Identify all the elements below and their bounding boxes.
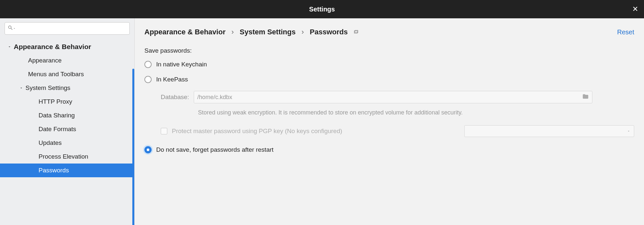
chevron-right-icon: › — [302, 28, 304, 36]
scrollbar-thumb[interactable] — [132, 69, 134, 225]
breadcrumb: Appearance & Behavior › System Settings … — [144, 28, 358, 36]
reset-link[interactable]: Reset — [617, 28, 634, 36]
breadcrumb-part: Passwords — [310, 28, 348, 36]
save-passwords-heading: Save passwords: — [144, 47, 634, 54]
breadcrumb-part[interactable]: System Settings — [240, 28, 296, 36]
radio-native-keychain[interactable]: In native Keychain — [144, 61, 634, 68]
tree-item-appearance[interactable]: Appearance — [0, 54, 134, 67]
radio-label: In KeePass — [156, 76, 188, 83]
pgp-key-select[interactable] — [464, 125, 634, 137]
chevron-down-icon[interactable] — [7, 45, 12, 49]
page-icon — [354, 28, 358, 36]
checkbox-icon[interactable] — [161, 128, 167, 134]
tree-item-data-sharing[interactable]: Data Sharing — [0, 109, 134, 122]
tree-label: HTTP Proxy — [39, 98, 72, 105]
tree-item-http-proxy[interactable]: HTTP Proxy — [0, 95, 134, 109]
tree-item-menus-toolbars[interactable]: Menus and Toolbars — [0, 67, 134, 81]
tree-label: Data Sharing — [39, 112, 75, 119]
keepass-subsection: Database: /home/c.kdbx Stored using weak… — [161, 91, 634, 137]
tree-label: Menus and Toolbars — [28, 71, 84, 78]
chevron-right-icon: › — [231, 28, 234, 36]
radio-icon[interactable] — [144, 61, 152, 68]
chevron-down-icon[interactable] — [13, 26, 16, 31]
passwords-form: Save passwords: In native Keychain In Ke… — [135, 39, 644, 169]
titlebar: Settings ✕ — [0, 0, 644, 18]
radio-icon[interactable] — [144, 76, 152, 83]
tree-item-date-formats[interactable]: Date Formats — [0, 122, 134, 136]
tree-item-updates[interactable]: Updates — [0, 136, 134, 150]
breadcrumb-part[interactable]: Appearance & Behavior — [144, 28, 225, 36]
sidebar: Appearance & Behavior Appearance Menus a… — [0, 18, 135, 225]
database-note: Stored using weak encryption. It is reco… — [198, 108, 502, 117]
close-icon[interactable]: ✕ — [632, 5, 638, 13]
search-wrap — [0, 18, 134, 38]
tree-label: System Settings — [25, 84, 70, 92]
tree-item-process-elevation[interactable]: Process Elevation — [0, 150, 134, 164]
database-input-wrap: /home/c.kdbx — [194, 91, 592, 103]
titlebar-title: Settings — [309, 6, 335, 13]
tree-item-system-settings[interactable]: System Settings — [0, 81, 134, 95]
main-panel: Appearance & Behavior › System Settings … — [135, 18, 644, 225]
database-row: Database: /home/c.kdbx — [161, 91, 634, 103]
settings-tree[interactable]: Appearance & Behavior Appearance Menus a… — [0, 38, 134, 225]
database-label: Database: — [161, 94, 189, 101]
tree-label: Updates — [39, 139, 62, 147]
radio-do-not-save[interactable]: Do not save, forget passwords after rest… — [144, 146, 634, 153]
folder-icon[interactable] — [582, 93, 589, 101]
tree-item-appearance-behavior[interactable]: Appearance & Behavior — [0, 40, 134, 54]
search-input-wrap[interactable] — [5, 22, 130, 35]
pgp-checkbox-label: Protect master password using PGP key (N… — [172, 128, 342, 135]
tree-label: Process Elevation — [39, 153, 88, 160]
radio-icon[interactable] — [144, 146, 152, 153]
radio-label: In native Keychain — [156, 61, 207, 68]
tree-label: Passwords — [39, 167, 69, 174]
radio-keepass[interactable]: In KeePass — [144, 76, 634, 83]
breadcrumb-bar: Appearance & Behavior › System Settings … — [135, 18, 644, 39]
radio-label: Do not save, forget passwords after rest… — [156, 146, 273, 153]
tree-label: Date Formats — [39, 126, 76, 133]
tree-item-passwords[interactable]: Passwords — [0, 164, 134, 177]
content: Appearance & Behavior Appearance Menus a… — [0, 18, 644, 225]
tree-label: Appearance — [28, 57, 61, 64]
pgp-checkbox-row: Protect master password using PGP key (N… — [161, 125, 634, 137]
chevron-down-icon[interactable] — [19, 86, 24, 90]
search-input[interactable] — [18, 26, 127, 31]
database-input[interactable]: /home/c.kdbx — [197, 94, 582, 101]
chevron-down-icon — [627, 128, 631, 135]
tree-label: Appearance & Behavior — [14, 43, 91, 51]
